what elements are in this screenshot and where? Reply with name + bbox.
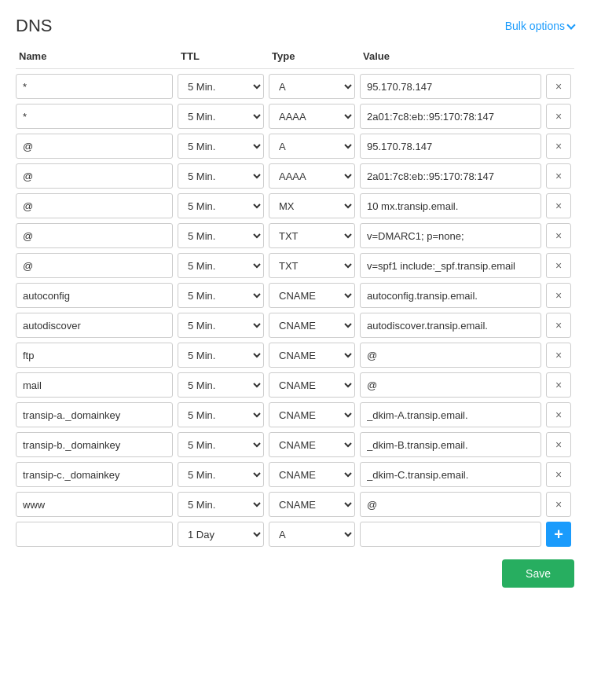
x-icon: ×: [555, 110, 562, 123]
ttl-select[interactable]: 1 Min.5 Min.15 Min.30 Min.1 Hour6 Hours1…: [178, 372, 264, 398]
name-input[interactable]: [16, 74, 173, 99]
value-input[interactable]: [360, 402, 541, 427]
name-input[interactable]: [16, 283, 173, 308]
type-select[interactable]: AAAAACNAMEMXTXTNSSRVCAATLSADSSSHFP: [269, 283, 355, 308]
value-input[interactable]: [360, 134, 541, 159]
value-input[interactable]: [360, 343, 541, 368]
new-name-input[interactable]: [16, 522, 173, 547]
type-select[interactable]: AAAAACNAMEMXTXTNSSRVCAATLSADSSSHFP: [269, 163, 355, 189]
type-select[interactable]: AAAAACNAMEMXTXTNSSRVCAATLSADSSSHFP: [269, 253, 355, 278]
col-header-value: Value: [360, 49, 541, 64]
delete-record-button[interactable]: ×: [546, 104, 571, 129]
ttl-select[interactable]: 1 Min.5 Min.15 Min.30 Min.1 Hour6 Hours1…: [178, 223, 264, 248]
chevron-down-icon: [566, 20, 575, 29]
value-input[interactable]: [360, 163, 541, 189]
ttl-select[interactable]: 1 Min.5 Min.15 Min.30 Min.1 Hour6 Hours1…: [178, 462, 264, 487]
value-input[interactable]: [360, 432, 541, 457]
name-input[interactable]: [16, 134, 173, 159]
name-input[interactable]: [16, 193, 173, 218]
delete-record-button[interactable]: ×: [546, 223, 571, 248]
delete-record-button[interactable]: ×: [546, 163, 571, 189]
ttl-select[interactable]: 1 Min.5 Min.15 Min.30 Min.1 Hour6 Hours1…: [178, 492, 264, 517]
new-value-input[interactable]: [360, 522, 541, 547]
x-icon: ×: [555, 200, 562, 212]
table-row: 1 Min.5 Min.15 Min.30 Min.1 Hour6 Hours1…: [16, 253, 574, 278]
delete-record-button[interactable]: ×: [546, 343, 571, 368]
ttl-select[interactable]: 1 Min.5 Min.15 Min.30 Min.1 Hour6 Hours1…: [178, 193, 264, 218]
name-input[interactable]: [16, 372, 173, 398]
type-select[interactable]: AAAAACNAMEMXTXTNSSRVCAATLSADSSSHFP: [269, 74, 355, 99]
footer: Save: [16, 559, 574, 588]
ttl-select[interactable]: 1 Min.5 Min.15 Min.30 Min.1 Hour6 Hours1…: [178, 402, 264, 427]
name-input[interactable]: [16, 163, 173, 189]
delete-record-button[interactable]: ×: [546, 283, 571, 308]
table-row: 1 Min.5 Min.15 Min.30 Min.1 Hour6 Hours1…: [16, 283, 574, 308]
delete-record-button[interactable]: ×: [546, 462, 571, 487]
type-select[interactable]: AAAAACNAMEMXTXTNSSRVCAATLSADSSSHFP: [269, 104, 355, 129]
save-button[interactable]: Save: [502, 559, 574, 588]
add-record-button[interactable]: +: [546, 522, 571, 547]
x-icon: ×: [555, 229, 562, 242]
name-input[interactable]: [16, 492, 173, 517]
type-select[interactable]: AAAAACNAMEMXTXTNSSRVCAATLSADSSSHFP: [269, 402, 355, 427]
type-select[interactable]: AAAAACNAMEMXTXTNSSRVCAATLSADSSSHFP: [269, 223, 355, 248]
type-select[interactable]: AAAAACNAMEMXTXTNSSRVCAATLSADSSSHFP: [269, 313, 355, 338]
page-title: DNS: [16, 16, 52, 36]
ttl-select[interactable]: 1 Min.5 Min.15 Min.30 Min.1 Hour6 Hours1…: [178, 343, 264, 368]
name-input[interactable]: [16, 402, 173, 427]
ttl-select[interactable]: 1 Min.5 Min.15 Min.30 Min.1 Hour6 Hours1…: [178, 163, 264, 189]
delete-record-button[interactable]: ×: [546, 402, 571, 427]
value-input[interactable]: [360, 492, 541, 517]
type-select[interactable]: AAAAACNAMEMXTXTNSSRVCAATLSADSSSHFP: [269, 492, 355, 517]
delete-record-button[interactable]: ×: [546, 134, 571, 159]
new-ttl-select[interactable]: 1 Min.5 Min.15 Min.30 Min.1 Hour6 Hours1…: [178, 522, 264, 547]
x-icon: ×: [555, 468, 562, 481]
value-input[interactable]: [360, 372, 541, 398]
ttl-select[interactable]: 1 Min.5 Min.15 Min.30 Min.1 Hour6 Hours1…: [178, 313, 264, 338]
delete-record-button[interactable]: ×: [546, 74, 571, 99]
name-input[interactable]: [16, 313, 173, 338]
new-type-select[interactable]: AAAAACNAMEMXTXTNSSRVCAATLSADSSSHFP: [269, 522, 355, 547]
x-icon: ×: [555, 498, 562, 511]
ttl-select[interactable]: 1 Min.5 Min.15 Min.30 Min.1 Hour6 Hours1…: [178, 74, 264, 99]
type-select[interactable]: AAAAACNAMEMXTXTNSSRVCAATLSADSSSHFP: [269, 193, 355, 218]
ttl-select[interactable]: 1 Min.5 Min.15 Min.30 Min.1 Hour6 Hours1…: [178, 283, 264, 308]
plus-icon: +: [554, 526, 563, 544]
name-input[interactable]: [16, 253, 173, 278]
table-row: 1 Min.5 Min.15 Min.30 Min.1 Hour6 Hours1…: [16, 343, 574, 368]
value-input[interactable]: [360, 193, 541, 218]
col-header-actions: [546, 49, 574, 64]
name-input[interactable]: [16, 462, 173, 487]
value-input[interactable]: [360, 283, 541, 308]
value-input[interactable]: [360, 74, 541, 99]
name-input[interactable]: [16, 223, 173, 248]
ttl-select[interactable]: 1 Min.5 Min.15 Min.30 Min.1 Hour6 Hours1…: [178, 432, 264, 457]
table-row: 1 Min.5 Min.15 Min.30 Min.1 Hour6 Hours1…: [16, 313, 574, 338]
type-select[interactable]: AAAAACNAMEMXTXTNSSRVCAATLSADSSSHFP: [269, 462, 355, 487]
value-input[interactable]: [360, 462, 541, 487]
delete-record-button[interactable]: ×: [546, 492, 571, 517]
ttl-select[interactable]: 1 Min.5 Min.15 Min.30 Min.1 Hour6 Hours1…: [178, 134, 264, 159]
ttl-select[interactable]: 1 Min.5 Min.15 Min.30 Min.1 Hour6 Hours1…: [178, 104, 264, 129]
type-select[interactable]: AAAAACNAMEMXTXTNSSRVCAATLSADSSSHFP: [269, 134, 355, 159]
type-select[interactable]: AAAAACNAMEMXTXTNSSRVCAATLSADSSSHFP: [269, 432, 355, 457]
delete-record-button[interactable]: ×: [546, 372, 571, 398]
type-select[interactable]: AAAAACNAMEMXTXTNSSRVCAATLSADSSSHFP: [269, 343, 355, 368]
value-input[interactable]: [360, 104, 541, 129]
bulk-options-button[interactable]: Bulk options: [505, 20, 574, 32]
x-icon: ×: [555, 259, 562, 272]
value-input[interactable]: [360, 223, 541, 248]
delete-record-button[interactable]: ×: [546, 193, 571, 218]
delete-record-button[interactable]: ×: [546, 432, 571, 457]
name-input[interactable]: [16, 432, 173, 457]
name-input[interactable]: [16, 104, 173, 129]
value-input[interactable]: [360, 313, 541, 338]
col-header-ttl: TTL: [178, 49, 264, 64]
ttl-select[interactable]: 1 Min.5 Min.15 Min.30 Min.1 Hour6 Hours1…: [178, 253, 264, 278]
value-input[interactable]: [360, 253, 541, 278]
delete-record-button[interactable]: ×: [546, 253, 571, 278]
type-select[interactable]: AAAAACNAMEMXTXTNSSRVCAATLSADSSSHFP: [269, 372, 355, 398]
table-row: 1 Min.5 Min.15 Min.30 Min.1 Hour6 Hours1…: [16, 372, 574, 398]
delete-record-button[interactable]: ×: [546, 313, 571, 338]
name-input[interactable]: [16, 343, 173, 368]
